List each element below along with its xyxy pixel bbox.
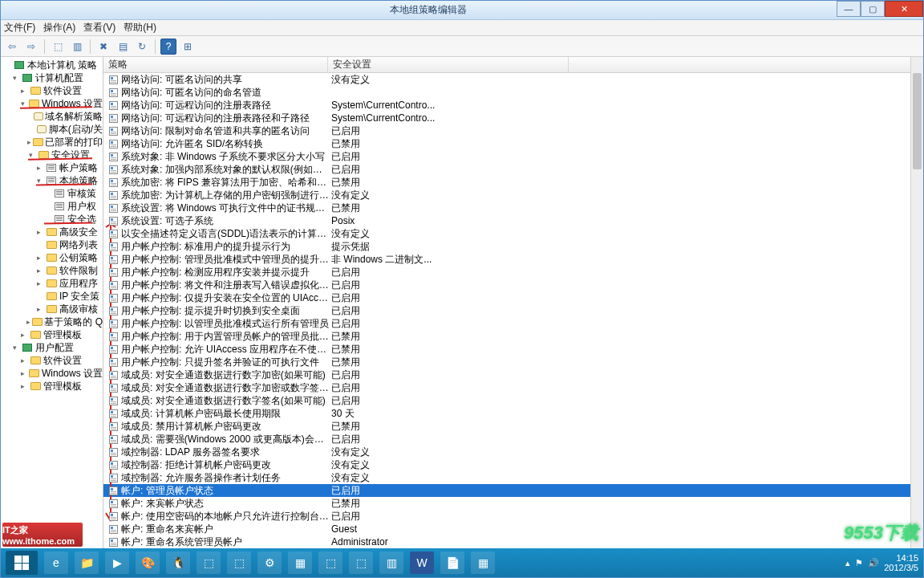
tree-item[interactable]: ▾Windows 设置 [2,97,103,110]
clock-time[interactable]: 14:15 [884,553,918,563]
minimize-button[interactable]: — [837,1,861,17]
tree-item[interactable]: ▸管理模板 [2,380,103,393]
policy-row[interactable]: 系统加密: 为计算机上存储的用户密钥强制进行强密钥保护没有定义 [103,189,923,201]
policy-row[interactable]: 帐户: 重命名来宾帐户Guest [103,523,923,535]
tray-expand-icon[interactable]: ▴ [845,558,850,568]
refresh-button[interactable]: ↻ [134,39,150,55]
policy-row[interactable]: 帐户: 重命名系统管理员帐户Administrator [103,535,923,548]
policy-row[interactable]: 网络访问: 可匿名访问的共享没有定义 [103,73,923,86]
tray-network-icon[interactable]: 🔊 [868,558,879,568]
taskbar-media-icon[interactable]: ▶ [105,552,129,574]
taskbar-regedit-icon[interactable]: ▦ [288,552,312,574]
menu-action[interactable]: 操作(A) [43,21,75,35]
policy-row[interactable]: 以安全描述符定义语言(SDDL)语法表示的计算机访问限制没有定义 [103,227,923,240]
expand-icon[interactable]: ▸ [34,228,43,236]
policy-row[interactable]: 用户帐户控制: 以管理员批准模式运行所有管理员已启用 [103,317,923,330]
policy-row[interactable]: 帐户: 管理员帐户状态已启用 [103,484,923,497]
start-button[interactable] [6,551,38,575]
expand-icon[interactable]: ▾ [10,344,19,352]
policy-row[interactable]: 用户帐户控制: 提示提升时切换到安全桌面已启用 [103,304,923,317]
expand-icon[interactable]: ▸ [34,305,43,313]
policy-row[interactable]: 用户帐户控制: 标准用户的提升提示行为提示凭据 [103,240,923,253]
taskbar-app-icon[interactable]: ⬚ [197,552,221,574]
tree-item[interactable]: 网络列表 [2,238,103,251]
tree-item[interactable]: ▸帐户策略 [2,161,103,174]
column-policy[interactable]: 策略 [103,57,328,72]
policy-row[interactable]: 域控制器: 拒绝计算机帐户密码更改没有定义 [103,458,923,471]
taskbar-qq-icon[interactable]: 🐧 [166,552,190,574]
clock-date[interactable]: 2012/3/5 [884,563,918,572]
column-security-setting[interactable]: 安全设置 [328,57,569,72]
policy-row[interactable]: 域成员: 禁用计算机帐户密码更改已禁用 [103,420,923,433]
help-button[interactable]: ? [160,39,176,55]
expand-icon[interactable]: ▸ [18,331,27,339]
expand-icon[interactable]: ▸ [26,318,30,326]
tree-item[interactable]: ▸已部署的打印 [2,136,103,149]
expand-icon[interactable]: ▸ [18,87,27,95]
policy-row[interactable]: 网络访问: 可匿名访问的命名管道 [103,86,923,99]
taskbar-explorer-icon[interactable]: 📁 [75,552,99,574]
taskbar-app-icon[interactable]: ⬚ [227,552,251,574]
forward-button[interactable]: ⇨ [23,39,39,55]
back-button[interactable]: ⇦ [4,39,20,55]
policy-row[interactable]: 帐户: 来宾帐户状态已禁用 [103,497,923,510]
menu-view[interactable]: 查看(V) [83,21,116,35]
expand-icon[interactable]: ▸ [26,138,31,146]
taskbar-gpedit-icon[interactable]: ▥ [379,552,403,574]
taskbar-paint-icon[interactable]: 🎨 [136,552,160,574]
policy-row[interactable]: 系统设置: 可选子系统Posix [103,214,923,227]
delete-button[interactable]: ✖ [95,39,111,55]
policy-row[interactable]: 域成员: 需要强(Windows 2000 或更高版本)会话密钥已启用 [103,433,923,446]
list-body[interactable]: 网络访问: 可匿名访问的共享没有定义网络访问: 可匿名访问的命名管道网络访问: … [103,73,923,548]
expand-icon[interactable]: ▸ [34,254,43,262]
tree-item[interactable]: 安全选 [2,213,103,226]
policy-row[interactable]: 用户帐户控制: 允许 UIAccess 应用程序在不使用安全桌面...已禁用 [103,343,923,356]
expand-icon[interactable]: ▾ [18,100,26,108]
taskbar-ie-icon[interactable]: e [44,552,68,574]
expand-icon[interactable]: ▾ [10,74,19,82]
policy-row[interactable]: 网络访问: 可远程访问的注册表路径System\CurrentContro... [103,99,923,112]
taskbar-msconfig-icon[interactable]: ⚙ [257,552,282,574]
policy-row[interactable]: 域成员: 计算机帐户密码最长使用期限30 天 [103,407,923,420]
up-button[interactable]: ⬚ [50,39,66,55]
tray-flag-icon[interactable]: ⚑ [855,558,863,568]
expand-icon[interactable]: ▸ [34,164,43,172]
menu-file[interactable]: 文件(F) [4,21,35,35]
expand-icon[interactable]: ▸ [34,267,43,275]
tree-item[interactable]: ▾本地策略 [2,174,103,187]
policy-row[interactable]: 用户帐户控制: 管理员批准模式中管理员的提升权限提示的...非 Windows … [103,253,923,266]
expand-icon[interactable]: ▾ [34,177,43,185]
tree-item[interactable]: ▸Windows 设置 [2,367,103,380]
policy-row[interactable]: 系统对象: 非 Windows 子系统不要求区分大小写已启用 [103,150,923,163]
tree-item[interactable]: 域名解析策略 [2,110,103,123]
policy-row[interactable]: 系统对象: 加强内部系统对象的默认权限(例如，符号链接)已启用 [103,163,923,176]
tree-panel[interactable]: 本地计算机 策略▾计算机配置▸软件设置▾Windows 设置域名解析策略脚本(启… [1,57,103,548]
policy-row[interactable]: 网络访问: 可远程访问的注册表路径和子路径System\CurrentContr… [103,112,923,124]
expand-icon[interactable]: ▸ [18,382,27,390]
policy-row[interactable]: 网络访问: 限制对命名管道和共享的匿名访问已启用 [103,124,923,137]
policy-row[interactable]: 域成员: 对安全通道数据进行数字签名(如果可能)已启用 [103,394,923,407]
tree-item[interactable]: ▸高级审核 [2,303,103,315]
tree-item[interactable]: 本地计算机 策略 [2,59,103,71]
tree-item[interactable]: 用户权 [2,200,103,213]
tree-item[interactable]: 审核策 [2,187,103,200]
policy-row[interactable]: 网络访问: 允许匿名 SID/名称转换已禁用 [103,137,923,150]
system-tray[interactable]: ▴ ⚑ 🔊 14:15 2012/3/5 [845,553,918,572]
properties-button[interactable]: ▤ [115,39,131,55]
tree-item[interactable]: ▾计算机配置 [2,71,103,84]
vertical-scrollbar[interactable] [910,57,923,548]
maximize-button[interactable]: ▢ [861,1,885,17]
tree-item[interactable]: ▸高级安全 [2,226,103,238]
policy-row[interactable]: 域成员: 对安全通道数据进行数字加密(如果可能)已启用 [103,368,923,381]
taskbar-word-icon[interactable]: W [410,552,434,574]
expand-icon[interactable]: ▸ [18,356,27,364]
policy-row[interactable]: 用户帐户控制: 将文件和注册表写入错误虚拟化到每用户位置已启用 [103,279,923,291]
expand-icon[interactable]: ▾ [26,151,35,159]
tree-item[interactable]: IP 安全策 [2,290,103,303]
policy-row[interactable]: 域控制器: LDAP 服务器签名要求没有定义 [103,446,923,458]
policy-row[interactable]: 帐户: 使用空密码的本地帐户只允许进行控制台登录已启用 [103,510,923,523]
policy-row[interactable]: 用户帐户控制: 仅提升安装在安全位置的 UIAccess 应用程序已启用 [103,291,923,304]
taskbar-app-icon[interactable]: ⬚ [349,552,373,574]
expand-icon[interactable]: ▸ [18,369,26,377]
tree-item[interactable]: ▸软件限制 [2,264,103,277]
